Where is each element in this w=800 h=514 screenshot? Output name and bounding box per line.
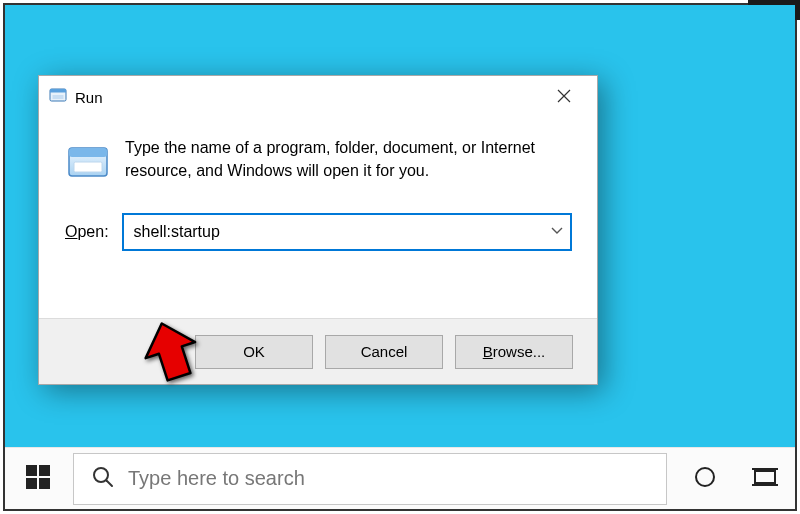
svg-rect-2 [53,95,64,99]
button-row: OK Cancel Browse... [39,318,597,384]
taskbar-search[interactable] [73,453,667,505]
svg-line-11 [107,480,113,486]
search-icon [92,466,114,492]
taskbar-search-input[interactable] [128,467,666,490]
windows-logo-icon [25,464,51,494]
svg-rect-1 [50,89,66,93]
dialog-title: Run [75,89,103,106]
open-input[interactable] [123,214,571,250]
svg-rect-13 [755,471,775,483]
svg-rect-9 [39,478,50,489]
instruction-text: Type the name of a program, folder, docu… [125,136,571,190]
svg-rect-8 [26,478,37,489]
cortana-button[interactable] [675,448,735,510]
titlebar: Run [39,76,597,118]
start-button[interactable] [5,448,71,510]
browse-button[interactable]: Browse... [455,335,573,369]
task-view-icon [752,466,778,492]
run-title-icon [49,86,67,108]
close-button[interactable] [537,79,591,115]
run-body-icon [65,140,111,190]
annotation-arrow-icon [141,320,201,388]
open-label: Open: [65,223,109,241]
svg-rect-6 [26,465,37,476]
taskbar [5,447,795,509]
cortana-icon [693,465,717,493]
svg-rect-4 [69,148,107,157]
close-icon [557,87,571,108]
svg-rect-5 [74,162,102,172]
ok-button[interactable]: OK [195,335,313,369]
open-combobox[interactable] [123,214,571,250]
cancel-button[interactable]: Cancel [325,335,443,369]
svg-rect-7 [39,465,50,476]
run-dialog: Run Type the name of a program, fo [38,75,598,385]
task-view-button[interactable] [735,448,795,510]
svg-point-12 [696,468,714,486]
